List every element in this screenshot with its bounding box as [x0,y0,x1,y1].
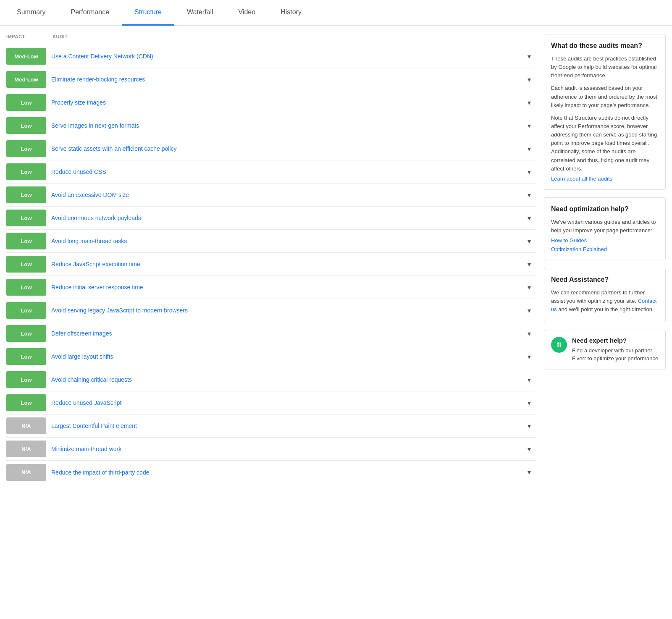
audit-title[interactable]: Avoid an excessive DOM size [51,186,523,203]
audit-title[interactable]: Avoid serving legacy JavaScript to moder… [51,302,523,319]
audit-title[interactable]: Avoid chaining critical requests [51,371,523,388]
learn-audits-link[interactable]: Learn about all the audits [551,176,659,182]
audit-row: LowReduce JavaScript execution time▾ [6,253,536,276]
audit-title[interactable]: Eliminate render-blocking resources [51,71,523,88]
audits-info-p2: Each audit is assessed based on your adh… [551,84,659,109]
impact-badge: Med-Low [6,48,46,65]
impact-badge: N/A [6,417,46,434]
fiverr-text: Need expert help? Find a developer with … [572,337,659,363]
audits-info-title: What do these audits mean? [551,42,659,50]
impact-badge: Low [6,279,46,296]
tab-bar: SummaryPerformanceStructureWaterfallVide… [0,0,672,26]
optimization-title: Need optimization help? [551,205,659,213]
tab-history[interactable]: History [268,0,314,26]
impact-badge: Low [6,233,46,249]
sidebar-audits-info: What do these audits mean? These audits … [544,34,666,190]
chevron-down-icon[interactable]: ▾ [523,214,536,222]
impact-badge: N/A [6,441,46,457]
chevron-down-icon[interactable]: ▾ [523,52,536,60]
chevron-down-icon[interactable]: ▾ [523,260,536,268]
audit-title[interactable]: Reduce unused JavaScript [51,394,523,411]
chevron-down-icon[interactable]: ▾ [523,445,536,453]
tab-video[interactable]: Video [226,0,268,26]
audit-title[interactable]: Serve static assets with an efficient ca… [51,140,523,157]
tab-structure[interactable]: Structure [122,0,174,26]
audit-row: LowServe static assets with an efficient… [6,137,536,160]
chevron-down-icon[interactable]: ▾ [523,376,536,384]
how-to-guides-link[interactable]: How to Guides [551,237,659,244]
audit-row: LowAvoid serving legacy JavaScript to mo… [6,299,536,322]
audit-section: IMPACT AUDIT Med-LowUse a Content Delive… [6,34,536,484]
audits-info-p1: These audits are best practices establis… [551,55,659,80]
chevron-down-icon[interactable]: ▾ [523,76,536,84]
audits-info-p3: Note that Structure audits do not direct… [551,114,659,173]
audit-row: LowAvoid chaining critical requests▾ [6,368,536,391]
audit-title[interactable]: Minimize main-thread work [51,441,523,457]
expert-text: Find a developer with our partner Fiverr… [572,346,659,363]
assistance-text-after: and we'll point you in the right directi… [558,306,654,312]
sidebar: What do these audits mean? These audits … [544,34,666,484]
audit-title[interactable]: Serve images in next-gen formats [51,117,523,134]
audit-title[interactable]: Reduce initial server response time [51,279,523,296]
audit-row: LowDefer offscreen images▾ [6,322,536,345]
audit-title[interactable]: Avoid large layout shifts [51,348,523,365]
impact-badge: Low [6,302,46,319]
audit-row: Med-LowEliminate render-blocking resourc… [6,68,536,91]
optimization-intro: We've written various guides and article… [551,218,659,235]
audit-row: N/AMinimize main-thread work▾ [6,438,536,461]
chevron-down-icon[interactable]: ▾ [523,145,536,153]
audit-row: LowAvoid an excessive DOM size▾ [6,184,536,207]
audit-title[interactable]: Reduce unused CSS [51,163,523,180]
chevron-down-icon[interactable]: ▾ [523,191,536,199]
assistance-title: Need Assistance? [551,276,659,283]
fiverr-icon: fi [551,337,567,353]
chevron-down-icon[interactable]: ▾ [523,283,536,291]
audit-row: LowReduce unused JavaScript▾ [6,391,536,414]
impact-badge: Low [6,163,46,180]
chevron-down-icon[interactable]: ▾ [523,422,536,430]
impact-badge: N/A [6,464,46,481]
chevron-down-icon[interactable]: ▾ [523,168,536,176]
audit-title[interactable]: Defer offscreen images [51,325,523,342]
audit-title[interactable]: Largest Contentful Paint element [51,417,523,434]
impact-badge: Low [6,256,46,273]
audit-row: LowAvoid long main-thread tasks▾ [6,230,536,253]
audit-row: LowAvoid enormous network payloads▾ [6,207,536,230]
header-impact: IMPACT [6,34,52,39]
assistance-text-before: We can recommend partners to further ass… [551,289,645,304]
impact-badge: Low [6,348,46,365]
audit-row: N/ALargest Contentful Paint element▾ [6,414,536,438]
impact-badge: Low [6,140,46,157]
audit-title[interactable]: Reduce JavaScript execution time [51,256,523,273]
chevron-down-icon[interactable]: ▾ [523,122,536,130]
tab-summary[interactable]: Summary [4,0,58,26]
chevron-down-icon[interactable]: ▾ [523,99,536,107]
audit-row: LowReduce initial server response time▾ [6,276,536,299]
chevron-down-icon[interactable]: ▾ [523,399,536,407]
audit-row: LowAvoid large layout shifts▾ [6,345,536,368]
impact-badge: Low [6,94,46,111]
audit-title[interactable]: Avoid enormous network payloads [51,210,523,226]
sidebar-optimization: Need optimization help? We've written va… [544,197,666,260]
chevron-down-icon[interactable]: ▾ [523,353,536,361]
optimization-explained-link[interactable]: Optimization Explained [551,246,659,252]
tab-waterfall[interactable]: Waterfall [174,0,226,26]
audit-title[interactable]: Properly size images [51,94,523,111]
sidebar-expert-help: fi Need expert help? Find a developer wi… [544,330,666,370]
audit-table-header: IMPACT AUDIT [6,34,536,42]
chevron-down-icon[interactable]: ▾ [523,307,536,315]
chevron-down-icon[interactable]: ▾ [523,330,536,338]
sidebar-assistance: Need Assistance? We can recommend partne… [544,268,666,322]
audit-title[interactable]: Reduce the impact of third-party code [51,464,523,481]
audit-row: N/AReduce the impact of third-party code… [6,461,536,484]
audit-title[interactable]: Avoid long main-thread tasks [51,233,523,249]
expert-title: Need expert help? [572,337,659,344]
chevron-down-icon[interactable]: ▾ [523,237,536,245]
audit-title[interactable]: Use a Content Delivery Network (CDN) [51,48,523,65]
impact-badge: Low [6,186,46,203]
impact-badge: Low [6,371,46,388]
chevron-down-icon[interactable]: ▾ [523,468,536,476]
tab-performance[interactable]: Performance [58,0,122,26]
impact-badge: Med-Low [6,71,46,88]
main-layout: IMPACT AUDIT Med-LowUse a Content Delive… [0,26,672,492]
